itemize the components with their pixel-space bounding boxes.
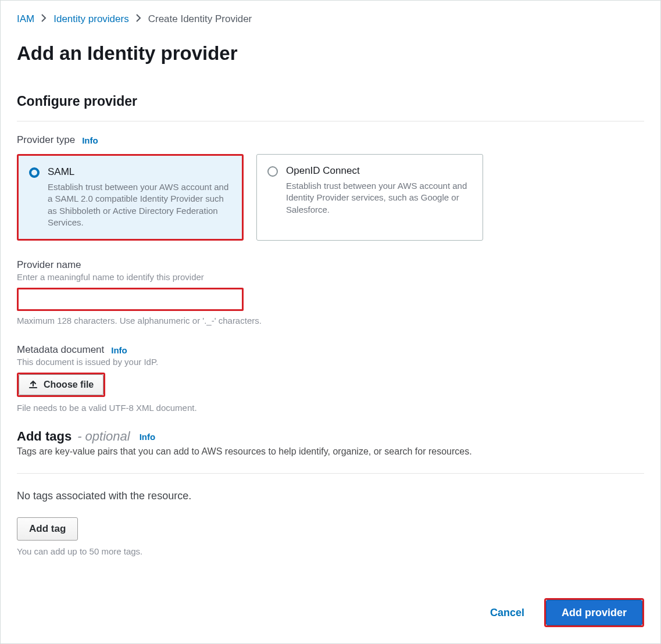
provider-name-input[interactable] <box>17 288 244 311</box>
tags-description: Tags are key-value pairs that you can ad… <box>17 446 644 457</box>
metadata-constraint: File needs to be a valid UTF-8 XML docum… <box>17 403 644 413</box>
metadata-label-text: Metadata document <box>17 344 104 356</box>
provider-name-hint: Enter a meaningful name to identify this… <box>17 272 644 282</box>
optional-label: - optional <box>77 429 130 444</box>
provider-type-label: Provider type Info <box>17 134 644 146</box>
add-provider-highlight: Add provider <box>544 598 644 627</box>
page-container: IAM Identity providers Create Identity P… <box>0 0 661 644</box>
metadata-label: Metadata document Info <box>17 344 644 356</box>
breadcrumb-current: Create Identity Provider <box>148 13 252 25</box>
radio-icon <box>267 166 278 177</box>
chevron-right-icon <box>136 13 141 25</box>
cancel-button[interactable]: Cancel <box>487 606 528 620</box>
choose-file-button[interactable]: Choose file <box>19 374 103 395</box>
configure-provider-heading: Configure provider <box>17 94 644 109</box>
divider <box>17 473 644 474</box>
choose-file-label: Choose file <box>44 380 94 390</box>
tags-info-link[interactable]: Info <box>140 432 156 442</box>
upload-icon <box>28 380 38 389</box>
add-provider-button[interactable]: Add provider <box>546 600 642 625</box>
provider-type-saml-card[interactable]: SAML Establish trust between your AWS ac… <box>17 154 244 241</box>
chevron-right-icon <box>41 13 47 25</box>
metadata-info-link[interactable]: Info <box>111 345 127 355</box>
add-tags-heading: Add tags - optional Info <box>17 429 644 444</box>
footer-actions: Cancel Add provider <box>487 598 644 627</box>
divider <box>17 121 644 121</box>
provider-type-oidc-card[interactable]: OpenID Connect Establish trust between y… <box>256 154 483 241</box>
breadcrumb: IAM Identity providers Create Identity P… <box>17 13 644 25</box>
oidc-title: OpenID Connect <box>286 165 472 177</box>
provider-name-label: Provider name <box>17 259 644 271</box>
saml-title: SAML <box>48 166 231 178</box>
tags-limit: You can add up to 50 more tags. <box>17 546 644 556</box>
provider-type-text: Provider type <box>17 134 75 146</box>
add-tags-text: Add tags <box>17 429 72 444</box>
provider-name-constraint: Maximum 128 characters. Use alphanumeric… <box>17 316 644 325</box>
saml-desc: Establish trust between your AWS account… <box>48 181 231 228</box>
no-tags-message: No tags associated with the resource. <box>17 490 644 502</box>
breadcrumb-identity-providers[interactable]: Identity providers <box>53 13 128 25</box>
oidc-desc: Establish trust between your AWS account… <box>286 180 472 216</box>
provider-type-info-link[interactable]: Info <box>82 135 98 145</box>
provider-type-options: SAML Establish trust between your AWS ac… <box>17 154 644 241</box>
page-title: Add an Identity provider <box>17 42 644 65</box>
breadcrumb-iam[interactable]: IAM <box>17 13 34 25</box>
metadata-hint: This document is issued by your IdP. <box>17 357 644 367</box>
choose-file-highlight: Choose file <box>17 373 105 397</box>
add-tag-button[interactable]: Add tag <box>17 517 78 541</box>
radio-icon <box>29 167 40 178</box>
